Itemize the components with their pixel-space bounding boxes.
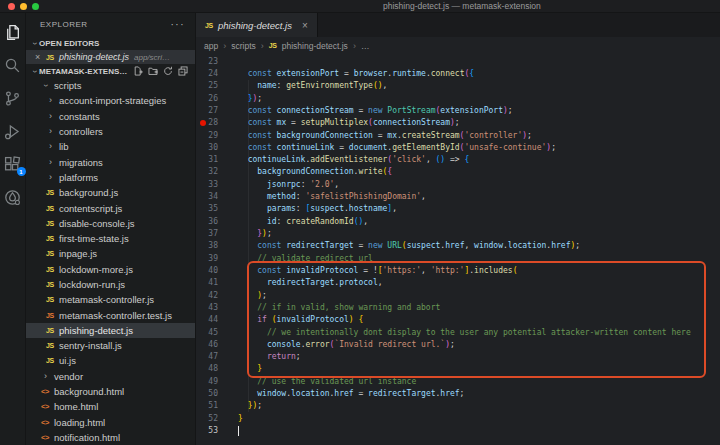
- explorer-more-actions-icon[interactable]: ···: [171, 19, 186, 30]
- code-line-45[interactable]: 45 // we intentionally dont display to t…: [196, 326, 720, 338]
- line-number[interactable]: 31: [196, 155, 226, 164]
- tree-item-platforms[interactable]: ›platforms: [26, 170, 195, 185]
- line-number[interactable]: 45: [196, 328, 226, 337]
- tree-item-metamask-controller.test.js[interactable]: JSmetamask-controller.test.js: [26, 307, 195, 322]
- tree-item-loading.html[interactable]: <>loading.html: [26, 415, 195, 430]
- line-number[interactable]: 29: [196, 131, 226, 140]
- minimize-window-button[interactable]: [20, 3, 27, 10]
- new-folder-icon[interactable]: [148, 66, 158, 76]
- line-number[interactable]: 38: [196, 241, 226, 250]
- breadcrumb-symbol[interactable]: …: [361, 41, 370, 51]
- code-line-53[interactable]: 53: [196, 424, 720, 436]
- refresh-icon[interactable]: [163, 66, 173, 76]
- line-number[interactable]: 48: [196, 364, 226, 373]
- line-number[interactable]: 27: [196, 106, 226, 115]
- code-line-31[interactable]: 31 continueLink.addEventListener('click'…: [196, 154, 720, 166]
- line-number[interactable]: 42: [196, 291, 226, 300]
- close-editor-icon[interactable]: ×: [35, 52, 46, 62]
- line-number[interactable]: 33: [196, 180, 226, 189]
- tree-item-lib[interactable]: ›lib: [26, 139, 195, 154]
- tree-item-controllers[interactable]: ›controllers: [26, 124, 195, 139]
- explorer-icon[interactable]: [4, 23, 22, 41]
- code-line-40[interactable]: 40 const invalidProtocol = !['https:', '…: [196, 264, 720, 276]
- line-number[interactable]: 30: [196, 143, 226, 152]
- tree-item-inpage.js[interactable]: JSinpage.js: [26, 246, 195, 261]
- line-number[interactable]: 40: [196, 266, 226, 275]
- code-line-36[interactable]: 36 id: createRandomId(),: [196, 215, 720, 227]
- line-number[interactable]: 25: [196, 81, 226, 90]
- new-file-icon[interactable]: [133, 66, 143, 76]
- tree-item-sentry-install.js[interactable]: JSsentry-install.js: [26, 338, 195, 353]
- line-number[interactable]: 24: [196, 69, 226, 78]
- line-number[interactable]: 32: [196, 167, 226, 176]
- code-line-29[interactable]: 29 const backgroundConnection = mx.creat…: [196, 129, 720, 141]
- line-number[interactable]: 36: [196, 217, 226, 226]
- code-line-46[interactable]: 46 console.error(`Invalid redirect url.`…: [196, 338, 720, 350]
- tree-item-first-time-state.js[interactable]: JSfirst-time-state.js: [26, 231, 195, 246]
- code-line-23[interactable]: 23: [196, 55, 720, 67]
- code-line-26[interactable]: 26 });: [196, 92, 720, 104]
- project-section-header[interactable]: › METAMASK-EXTENS…: [26, 64, 195, 78]
- source-control-icon[interactable]: [4, 89, 22, 107]
- code-line-27[interactable]: 27 const connectionStream = new PortStre…: [196, 104, 720, 116]
- code-line-49[interactable]: 49 // use the validated url instance: [196, 375, 720, 387]
- tree-item-disable-console.js[interactable]: JSdisable-console.js: [26, 216, 195, 231]
- line-number[interactable]: 43: [196, 303, 226, 312]
- code-line-28[interactable]: 28 const mx = setupMultiplex(connectionS…: [196, 117, 720, 129]
- run-debug-icon[interactable]: [4, 122, 22, 140]
- code-line-48[interactable]: 48 }: [196, 363, 720, 375]
- code-line-37[interactable]: 37 });: [196, 227, 720, 239]
- line-number[interactable]: 52: [196, 414, 226, 423]
- code-line-42[interactable]: 42 );: [196, 289, 720, 301]
- code-line-32[interactable]: 32 backgroundConnection.write({: [196, 166, 720, 178]
- line-number[interactable]: 35: [196, 204, 226, 213]
- collapse-all-icon[interactable]: [178, 66, 188, 76]
- tree-item-ui.js[interactable]: JSui.js: [26, 353, 195, 368]
- open-editors-section[interactable]: › OPEN EDITORS: [26, 36, 195, 50]
- breadcrumb-scripts[interactable]: scripts: [231, 41, 256, 51]
- extensions-icon[interactable]: 1: [4, 155, 22, 173]
- code-line-34[interactable]: 34 method: 'safelistPhishingDomain',: [196, 190, 720, 202]
- open-editor-item[interactable]: × JS phishing-detect.js app/scri…: [26, 50, 195, 64]
- tree-item-scripts[interactable]: ›scripts: [26, 78, 195, 93]
- code-line-41[interactable]: 41 redirectTarget.protocol,: [196, 277, 720, 289]
- line-number[interactable]: 53: [196, 426, 226, 435]
- line-number[interactable]: 51: [196, 401, 226, 410]
- tab-phishing-detect[interactable]: JS phishing-detect.js ×: [196, 13, 318, 37]
- line-number[interactable]: 50: [196, 389, 226, 398]
- close-window-button[interactable]: [8, 3, 15, 10]
- line-number[interactable]: 26: [196, 94, 226, 103]
- line-number[interactable]: 37: [196, 229, 226, 238]
- tree-item-phishing-detect.js[interactable]: JSphishing-detect.js: [26, 323, 195, 338]
- code-editor[interactable]: 2324 const extensionPort = browser.runti…: [196, 54, 720, 445]
- tree-item-account-import-strategies[interactable]: ›account-import-strategies: [26, 93, 195, 108]
- tree-item-contentscript.js[interactable]: JScontentscript.js: [26, 200, 195, 215]
- code-line-38[interactable]: 38 const redirectTarget = new URL(suspec…: [196, 240, 720, 252]
- breakpoint-icon[interactable]: [200, 120, 206, 126]
- code-line-30[interactable]: 30 const continueLink = document.getElem…: [196, 141, 720, 153]
- breadcrumb-file[interactable]: phishing-detect.js: [282, 41, 348, 51]
- tab-close-icon[interactable]: ×: [302, 20, 308, 31]
- tree-item-background.html[interactable]: <>background.html: [26, 384, 195, 399]
- tree-item-metamask-controller.js[interactable]: JSmetamask-controller.js: [26, 292, 195, 307]
- tree-item-vendor[interactable]: ›vendor: [26, 369, 195, 384]
- breadcrumb-app[interactable]: app: [204, 41, 218, 51]
- line-number[interactable]: 41: [196, 278, 226, 287]
- ink-drop-extension-icon[interactable]: [4, 188, 22, 206]
- line-number[interactable]: 23: [196, 57, 226, 66]
- code-line-24[interactable]: 24 const extensionPort = browser.runtime…: [196, 67, 720, 79]
- line-number[interactable]: 47: [196, 352, 226, 361]
- code-line-52[interactable]: 52}: [196, 412, 720, 424]
- tree-item-lockdown-more.js[interactable]: JSlockdown-more.js: [26, 262, 195, 277]
- tree-item-constants[interactable]: ›constants: [26, 109, 195, 124]
- line-number[interactable]: 44: [196, 315, 226, 324]
- search-icon[interactable]: [4, 56, 22, 74]
- tree-item-migrations[interactable]: ›migrations: [26, 154, 195, 169]
- line-number[interactable]: 49: [196, 377, 226, 386]
- code-line-50[interactable]: 50 window.location.href = redirectTarget…: [196, 387, 720, 399]
- tree-item-background.js[interactable]: JSbackground.js: [26, 185, 195, 200]
- code-line-25[interactable]: 25 name: getEnvironmentType(),: [196, 80, 720, 92]
- code-line-51[interactable]: 51 });: [196, 400, 720, 412]
- tree-item-home.html[interactable]: <>home.html: [26, 399, 195, 414]
- tree-item-notification.html[interactable]: <>notification.html: [26, 430, 195, 445]
